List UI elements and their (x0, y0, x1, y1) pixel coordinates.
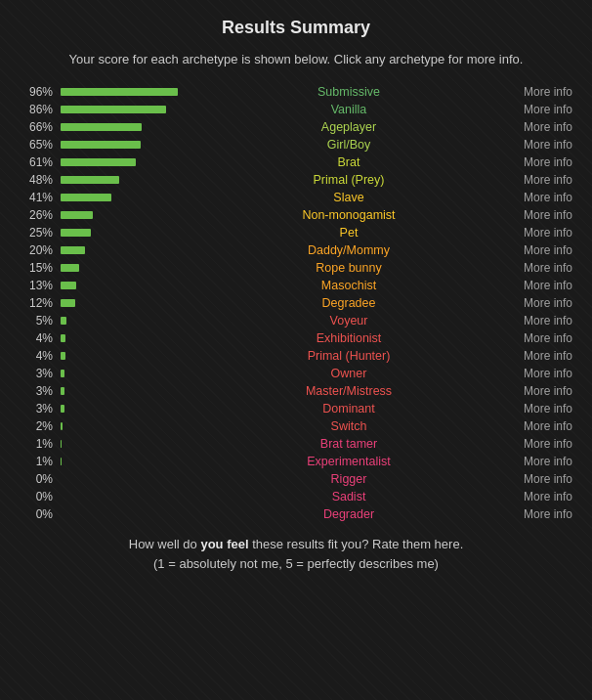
table-row: 20%Daddy/MommyMore info (20, 241, 572, 259)
table-row: 1%Brat tamerMore info (20, 435, 572, 453)
more-info-link[interactable]: More info (504, 120, 572, 134)
table-row: 61%BratMore info (20, 153, 572, 171)
bar-container (57, 246, 193, 254)
pct-label: 3% (20, 402, 57, 416)
progress-bar (61, 246, 85, 254)
more-info-link[interactable]: More info (504, 191, 572, 204)
bar-container (57, 106, 193, 113)
more-info-link[interactable]: More info (504, 155, 572, 169)
archetype-name[interactable]: Degrader (193, 507, 504, 521)
table-row: 4%ExhibitionistMore info (20, 329, 572, 347)
bar-container (57, 510, 193, 518)
archetype-name[interactable]: Daddy/Mommy (193, 243, 504, 257)
archetype-name[interactable]: Brat (193, 155, 504, 169)
progress-bar (61, 194, 111, 201)
more-info-link[interactable]: More info (504, 314, 572, 328)
table-row: 0%DegraderMore info (20, 505, 572, 523)
archetype-name[interactable]: Voyeur (193, 314, 504, 328)
progress-bar (61, 282, 76, 289)
table-row: 3%OwnerMore info (20, 365, 572, 382)
more-info-link[interactable]: More info (504, 419, 572, 433)
bar-container (57, 387, 193, 395)
pct-label: 4% (20, 349, 57, 363)
table-row: 48%Primal (Prey)More info (20, 171, 572, 189)
pct-label: 0% (20, 472, 57, 486)
footer-text: How well do you feel these results fit y… (20, 535, 572, 576)
more-info-link[interactable]: More info (504, 226, 572, 240)
progress-bar (61, 229, 91, 237)
more-info-link[interactable]: More info (504, 384, 572, 398)
more-info-link[interactable]: More info (504, 173, 572, 187)
more-info-link[interactable]: More info (504, 243, 572, 257)
progress-bar (61, 422, 63, 430)
title-bar: Results Summary (20, 10, 572, 50)
archetype-name[interactable]: Slave (193, 191, 504, 204)
archetype-name[interactable]: Rigger (193, 472, 504, 486)
archetype-name[interactable]: Rope bunny (193, 261, 504, 275)
archetype-name[interactable]: Dominant (193, 402, 504, 416)
progress-bar (61, 158, 136, 166)
bar-container (57, 211, 193, 219)
archetype-name[interactable]: Sadist (193, 490, 504, 503)
more-info-link[interactable]: More info (504, 85, 572, 99)
more-info-link[interactable]: More info (504, 490, 572, 503)
archetype-name[interactable]: Non-monogamist (193, 208, 504, 222)
progress-bar (61, 458, 62, 465)
pct-label: 0% (20, 507, 57, 521)
archetype-name[interactable]: Owner (193, 367, 504, 380)
more-info-link[interactable]: More info (504, 138, 572, 152)
bar-container (57, 141, 193, 149)
archetype-name[interactable]: Vanilla (193, 103, 504, 116)
more-info-link[interactable]: More info (504, 367, 572, 380)
archetype-name[interactable]: Degradee (193, 296, 504, 310)
archetype-name[interactable]: Ageplayer (193, 120, 504, 134)
more-info-link[interactable]: More info (504, 103, 572, 116)
more-info-link[interactable]: More info (504, 296, 572, 310)
pct-label: 61% (20, 155, 57, 169)
pct-label: 3% (20, 367, 57, 380)
archetype-name[interactable]: Primal (Prey) (193, 173, 504, 187)
subtitle-text: Your score for each archetype is shown b… (20, 50, 572, 69)
archetype-name[interactable]: Primal (Hunter) (193, 349, 504, 363)
pct-label: 25% (20, 226, 57, 240)
more-info-link[interactable]: More info (504, 472, 572, 486)
bar-container (57, 317, 193, 325)
bar-container (57, 194, 193, 201)
archetype-name[interactable]: Masochist (193, 279, 504, 292)
more-info-link[interactable]: More info (504, 279, 572, 292)
bar-container (57, 352, 193, 360)
more-info-link[interactable]: More info (504, 455, 572, 468)
more-info-link[interactable]: More info (504, 507, 572, 521)
more-info-link[interactable]: More info (504, 331, 572, 345)
archetype-name[interactable]: Experimentalist (193, 455, 504, 468)
pct-label: 13% (20, 279, 57, 292)
progress-bar (61, 88, 178, 96)
archetype-name[interactable]: Switch (193, 419, 504, 433)
archetype-name[interactable]: Girl/Boy (193, 138, 504, 152)
archetype-name[interactable]: Brat tamer (193, 437, 504, 451)
archetype-name[interactable]: Exhibitionist (193, 331, 504, 345)
bar-container (57, 229, 193, 237)
more-info-link[interactable]: More info (504, 208, 572, 222)
archetype-name[interactable]: Submissive (193, 85, 504, 99)
more-info-link[interactable]: More info (504, 437, 572, 451)
table-row: 25%PetMore info (20, 224, 572, 241)
table-row: 26%Non-monogamistMore info (20, 206, 572, 224)
progress-bar (61, 106, 166, 113)
bar-container (57, 334, 193, 342)
more-info-link[interactable]: More info (504, 402, 572, 416)
footer-line1: How well do (129, 537, 201, 551)
archetype-name[interactable]: Pet (193, 226, 504, 240)
table-row: 66%AgeplayerMore info (20, 118, 572, 136)
pct-label: 2% (20, 419, 57, 433)
pct-label: 5% (20, 314, 57, 328)
progress-bar (61, 176, 119, 184)
bar-container (57, 88, 193, 96)
archetype-name[interactable]: Master/Mistress (193, 384, 504, 398)
more-info-link[interactable]: More info (504, 349, 572, 363)
more-info-link[interactable]: More info (504, 261, 572, 275)
pct-label: 41% (20, 191, 57, 204)
table-row: 1%ExperimentalistMore info (20, 453, 572, 470)
progress-bar (61, 370, 64, 377)
progress-bar (61, 334, 65, 342)
